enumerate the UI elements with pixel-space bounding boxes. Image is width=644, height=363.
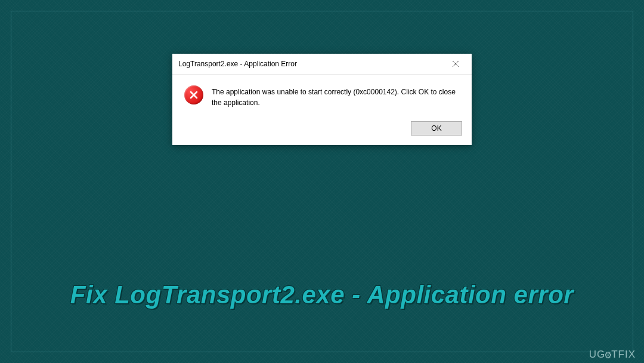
dialog-message: The application was unable to start corr…: [212, 85, 461, 108]
watermark-prefix: UG: [589, 349, 606, 360]
ok-button[interactable]: OK: [411, 121, 462, 136]
dialog-body: The application was unable to start corr…: [172, 75, 472, 114]
error-icon: [184, 85, 203, 104]
error-dialog: LogTransport2.exe - Application Error Th…: [172, 54, 472, 145]
dialog-footer: OK: [172, 114, 472, 145]
watermark: UG⚙TFIX: [589, 349, 636, 361]
dialog-title: LogTransport2.exe - Application Error: [178, 60, 297, 68]
page-headline: Fix LogTransport2.exe - Application erro…: [0, 281, 644, 309]
close-button[interactable]: [444, 57, 467, 70]
close-icon: [453, 61, 459, 67]
watermark-suffix: TFIX: [611, 349, 636, 360]
dialog-titlebar: LogTransport2.exe - Application Error: [172, 54, 472, 75]
